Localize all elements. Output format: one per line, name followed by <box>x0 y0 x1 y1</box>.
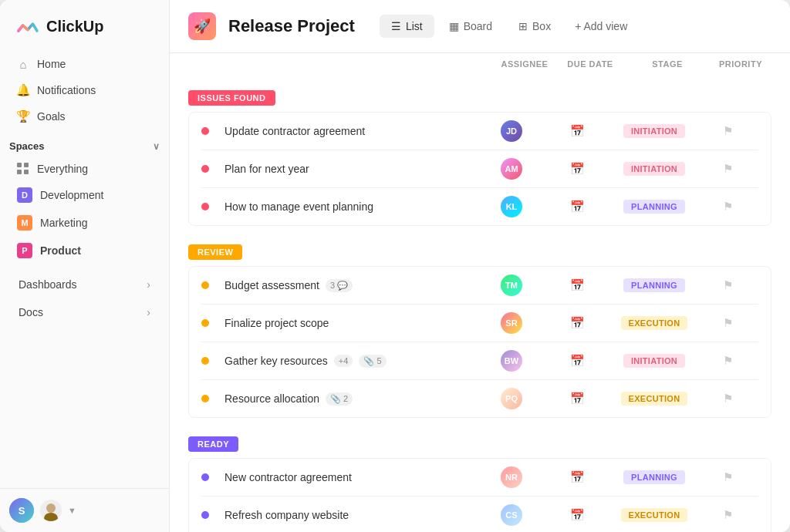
calendar-icon: 📅 <box>570 162 585 176</box>
app-name: ClickUp <box>46 18 103 35</box>
task-member-count: +4 <box>334 355 353 367</box>
avatar: S <box>9 498 34 523</box>
table-row[interactable]: Update contractor agreement JD 📅 INITIAT… <box>201 113 758 150</box>
stage-badge: INITIATION <box>623 354 685 368</box>
task-indicator <box>201 281 209 289</box>
spaces-title: Spaces <box>9 140 45 152</box>
task-name-text: Update contractor agreement <box>225 125 365 137</box>
table-row[interactable]: Budget assessment 3 💬 TM 📅 PLANNING <box>201 267 758 305</box>
task-indicator <box>201 203 209 210</box>
dashboards-chevron-icon: › <box>147 278 150 291</box>
task-name-text: New contractor agreement <box>225 471 352 483</box>
clickup-logo-icon <box>15 14 40 39</box>
table-row[interactable]: Plan for next year AM 📅 INITIATION ⚑ <box>201 150 758 188</box>
svg-point-3 <box>44 513 58 521</box>
task-table: ISSUES FOUND Update contractor agreement… <box>170 78 790 532</box>
sidebar: ClickUp ⌂ Home 🔔 Notifications 🏆 Goals S… <box>0 0 170 532</box>
dashboards-label: Dashboards <box>19 278 77 291</box>
sidebar-item-product[interactable]: P Product <box>9 237 160 264</box>
add-view-label: + Add view <box>575 20 627 32</box>
add-view-button[interactable]: + Add view <box>565 15 636 37</box>
table-row[interactable]: Resource allocation 📎 2 PQ 📅 EXECUTION <box>201 380 758 417</box>
bell-icon: 🔔 <box>17 84 29 96</box>
flag-icon: ⚑ <box>723 508 733 522</box>
spaces-marketing-label: Marketing <box>40 217 87 229</box>
task-indicator <box>201 319 209 327</box>
section-review: REVIEW Budget assessment 3 💬 TM <box>188 244 771 418</box>
stage-badge: EXECUTION <box>621 392 688 406</box>
task-attachment-count: 📎 2 <box>326 392 353 406</box>
tab-board-label: Board <box>464 20 492 32</box>
section-badge-review: REVIEW <box>188 244 242 260</box>
tab-list[interactable]: ☰ List <box>380 15 434 38</box>
list-icon: ☰ <box>391 20 401 32</box>
task-name-text: Refresh company website <box>225 509 349 521</box>
task-name-text: Resource allocation <box>225 392 319 405</box>
user-photo <box>40 500 62 521</box>
spaces-section-header: Spaces ∨ <box>0 130 169 157</box>
spaces-everything-label: Everything <box>37 163 88 175</box>
stage-badge: INITIATION <box>623 162 685 176</box>
avatar: TM <box>501 274 522 296</box>
table-row[interactable]: Refresh company website CS 📅 EXECUTION <box>201 497 758 532</box>
svg-point-2 <box>46 503 56 513</box>
tab-box[interactable]: ⊞ Box <box>507 15 562 38</box>
avatar: AM <box>501 158 522 180</box>
project-icon: 🚀 <box>188 12 216 40</box>
section-badge-ready: READY <box>188 436 238 452</box>
task-indicator <box>201 395 209 402</box>
calendar-icon: 📅 <box>570 316 585 330</box>
product-badge: P <box>17 243 32 258</box>
app-logo: ClickUp <box>0 0 169 51</box>
spaces-list: Everything D Development M Marketing P P… <box>0 157 169 264</box>
sidebar-item-home[interactable]: ⌂ Home <box>9 51 160 77</box>
task-indicator <box>201 473 209 481</box>
avatar: KL <box>501 196 522 217</box>
sidebar-item-everything[interactable]: Everything <box>9 157 160 181</box>
avatar: CS <box>501 504 522 526</box>
tab-board[interactable]: ▦ Board <box>437 15 504 38</box>
sidebar-item-development[interactable]: D Development <box>9 181 160 209</box>
table-row[interactable]: Finalize project scope SR 📅 EXECUTION ⚑ <box>201 305 758 342</box>
user-dropdown-icon[interactable]: ▼ <box>68 506 76 515</box>
everything-grid-icon <box>17 163 29 175</box>
tab-list-label: List <box>406 20 423 32</box>
calendar-icon: 📅 <box>570 278 585 292</box>
sidebar-item-goals[interactable]: 🏆 Goals <box>9 103 160 130</box>
sidebar-item-notifications[interactable]: 🔔 Notifications <box>9 77 160 103</box>
table-row[interactable]: New contractor agreement NR 📅 PLANNING <box>201 459 758 497</box>
sidebar-item-marketing[interactable]: M Marketing <box>9 209 160 237</box>
stage-badge: INITIATION <box>623 124 685 138</box>
docs-chevron-icon: › <box>147 306 150 318</box>
section-ready: READY New contractor agreement NR 📅 <box>188 436 771 532</box>
avatar: JD <box>501 120 522 142</box>
sidebar-item-docs[interactable]: Docs › <box>9 298 160 326</box>
task-indicator <box>201 127 209 135</box>
marketing-badge: M <box>17 215 32 231</box>
calendar-icon: 📅 <box>570 392 585 406</box>
user-profile-area[interactable]: S ▼ <box>0 488 169 532</box>
avatar: SR <box>501 312 522 334</box>
calendar-icon: 📅 <box>570 124 585 138</box>
page-title: Release Project <box>228 16 355 36</box>
spaces-chevron-icon[interactable]: ∨ <box>153 141 160 152</box>
task-indicator <box>201 511 209 519</box>
flag-icon: ⚑ <box>723 278 733 292</box>
sidebar-item-dashboards[interactable]: Dashboards › <box>9 271 160 298</box>
view-tabs: ☰ List ▦ Board ⊞ Box + Add view <box>380 15 636 38</box>
table-row[interactable]: Gather key resources +4 📎 5 BW 📅 INITIAT… <box>201 342 758 380</box>
task-name-text: Gather key resources <box>225 355 328 367</box>
sidebar-item-goals-label: Goals <box>37 110 66 123</box>
calendar-icon: 📅 <box>570 200 585 214</box>
stage-badge: EXECUTION <box>621 508 688 522</box>
section-issues: ISSUES FOUND Update contractor agreement… <box>188 90 771 226</box>
table-row[interactable]: How to manage event planning KL 📅 PLANNI… <box>201 188 758 225</box>
flag-icon: ⚑ <box>723 200 733 214</box>
spaces-development-label: Development <box>40 189 104 201</box>
sidebar-navigation: ⌂ Home 🔔 Notifications 🏆 Goals <box>0 51 169 130</box>
stage-badge: PLANNING <box>623 470 685 484</box>
task-name-text: How to manage event planning <box>225 200 373 213</box>
main-content: 🚀 Release Project ☰ List ▦ Board ⊞ Box +… <box>170 0 790 532</box>
flag-icon: ⚑ <box>723 124 733 138</box>
home-icon: ⌂ <box>17 58 29 70</box>
